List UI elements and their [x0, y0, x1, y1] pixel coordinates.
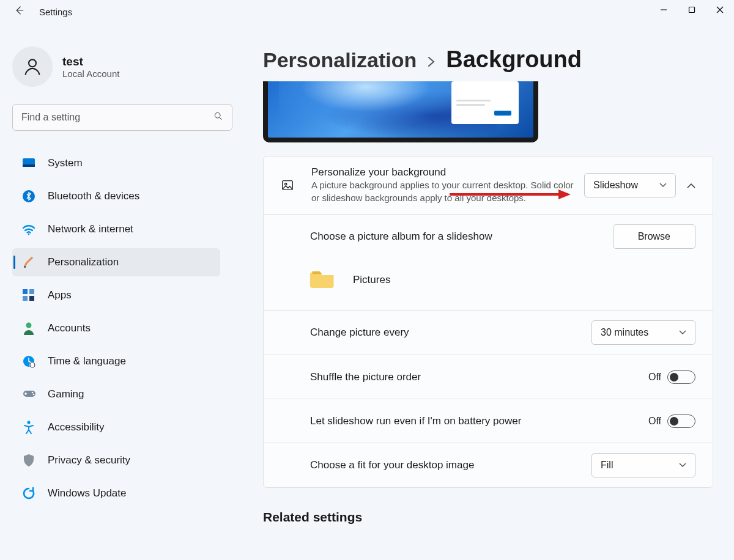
- row-title: Choose a fit for your desktop image: [310, 459, 474, 471]
- nav-label: Time & language: [48, 355, 126, 367]
- wifi-icon: [22, 223, 35, 236]
- update-icon: [22, 487, 35, 500]
- main-content: Personalization Background Personalize y…: [232, 35, 734, 560]
- fit-dropdown[interactable]: Fill: [591, 453, 695, 477]
- row-choose-album: Choose a picture album for a slideshow B…: [264, 215, 713, 259]
- row-shuffle: Shuffle the picture order Off: [264, 355, 713, 399]
- search-field[interactable]: [21, 112, 213, 123]
- svg-rect-11: [23, 289, 28, 294]
- bluetooth-icon: [22, 190, 35, 203]
- svg-rect-23: [283, 181, 293, 190]
- svg-rect-14: [29, 296, 34, 301]
- dropdown-value: Fill: [601, 460, 613, 471]
- desktop-preview: [263, 81, 538, 142]
- nav-label: Apps: [48, 289, 72, 301]
- background-type-dropdown[interactable]: Slideshow: [584, 173, 676, 197]
- back-arrow-icon[interactable]: [13, 5, 24, 19]
- nav-bluetooth[interactable]: Bluetooth & devices: [12, 182, 220, 210]
- paintbrush-icon: [22, 256, 35, 269]
- svg-rect-12: [29, 289, 34, 294]
- nav-time[interactable]: Time & language: [12, 347, 220, 375]
- svg-rect-1: [689, 7, 695, 13]
- shield-icon: [22, 454, 35, 467]
- nav-gaming[interactable]: Gaming: [12, 380, 220, 408]
- row-title: Personalize your background: [311, 166, 584, 179]
- nav-update[interactable]: Windows Update: [12, 479, 220, 507]
- nav-apps[interactable]: Apps: [12, 281, 220, 309]
- chevron-right-icon: [428, 55, 435, 71]
- breadcrumb: Personalization Background: [263, 46, 713, 73]
- album-folder[interactable]: Pictures: [264, 259, 713, 311]
- nav-label: Personalization: [48, 256, 119, 268]
- nav-label: Network & internet: [48, 223, 133, 235]
- monitor-icon: [22, 157, 35, 170]
- nav-label: Privacy & security: [48, 454, 130, 466]
- svg-point-20: [32, 392, 34, 394]
- folder-icon: [310, 267, 336, 293]
- accessibility-icon: [22, 421, 35, 434]
- nav-label: System: [48, 157, 83, 169]
- svg-point-4: [29, 59, 36, 67]
- svg-point-15: [26, 323, 32, 328]
- clock-globe-icon: [22, 355, 35, 368]
- nav-list: System Bluetooth & devices Network & int…: [12, 149, 220, 507]
- row-change-interval: Change picture every 30 minutes: [264, 311, 713, 355]
- profile-name: test: [62, 55, 119, 68]
- toggle-label: Off: [648, 372, 661, 383]
- related-settings-heading: Related settings: [263, 510, 713, 525]
- nav-privacy[interactable]: Privacy & security: [12, 446, 220, 474]
- row-battery: Let slideshow run even if I'm on battery…: [264, 399, 713, 443]
- nav-network[interactable]: Network & internet: [12, 215, 220, 243]
- search-icon: [213, 111, 223, 123]
- chevron-down-icon: [679, 328, 686, 337]
- minimize-button[interactable]: [650, 0, 678, 20]
- chevron-down-icon: [659, 181, 667, 190]
- sidebar: test Local Account System Bluetooth & de…: [0, 35, 232, 560]
- collapse-icon[interactable]: [687, 181, 695, 190]
- nav-label: Accessibility: [48, 421, 105, 433]
- shuffle-toggle[interactable]: [667, 370, 695, 384]
- person-icon: [22, 322, 35, 335]
- picture-icon: [281, 179, 294, 192]
- svg-point-10: [28, 234, 30, 235]
- close-button[interactable]: [706, 0, 734, 20]
- svg-point-21: [33, 394, 35, 396]
- row-personalize-background[interactable]: Personalize your background A picture ba…: [264, 157, 713, 215]
- nav-accounts[interactable]: Accounts: [12, 314, 220, 342]
- browse-button[interactable]: Browse: [613, 224, 695, 249]
- nav-label: Gaming: [48, 388, 84, 400]
- toggle-label: Off: [648, 416, 661, 427]
- app-title: Settings: [39, 7, 72, 17]
- svg-point-22: [28, 421, 31, 424]
- svg-point-24: [285, 183, 287, 185]
- svg-rect-8: [23, 164, 35, 167]
- row-title: Shuffle the picture order: [310, 371, 421, 383]
- avatar-icon: [12, 46, 53, 87]
- row-title: Let slideshow run even if I'm on battery…: [310, 415, 521, 427]
- interval-dropdown[interactable]: 30 minutes: [591, 320, 695, 345]
- svg-rect-13: [23, 296, 28, 301]
- apps-icon: [22, 289, 35, 302]
- search-input[interactable]: [12, 104, 232, 131]
- row-title: Choose a picture album for a slideshow: [310, 230, 492, 243]
- row-subtitle: A picture background applies to your cur…: [311, 179, 574, 204]
- nav-personalization[interactable]: Personalization: [12, 248, 220, 276]
- nav-label: Accounts: [48, 322, 91, 334]
- profile-sub: Local Account: [62, 68, 119, 79]
- row-fit: Choose a fit for your desktop image Fill: [264, 443, 713, 487]
- nav-label: Windows Update: [48, 487, 127, 499]
- dropdown-value: 30 minutes: [601, 327, 648, 338]
- profile[interactable]: test Local Account: [12, 46, 220, 87]
- nav-accessibility[interactable]: Accessibility: [12, 413, 220, 441]
- settings-card: Personalize your background A picture ba…: [263, 156, 713, 488]
- dropdown-value: Slideshow: [593, 180, 638, 191]
- folder-label: Pictures: [353, 274, 390, 286]
- battery-toggle[interactable]: [667, 414, 695, 428]
- nav-label: Bluetooth & devices: [48, 190, 139, 202]
- nav-system[interactable]: System: [12, 149, 220, 177]
- svg-line-6: [220, 117, 221, 119]
- row-title: Change picture every: [310, 326, 409, 339]
- chevron-down-icon: [679, 461, 686, 470]
- breadcrumb-parent[interactable]: Personalization: [263, 48, 417, 72]
- maximize-button[interactable]: [678, 0, 706, 20]
